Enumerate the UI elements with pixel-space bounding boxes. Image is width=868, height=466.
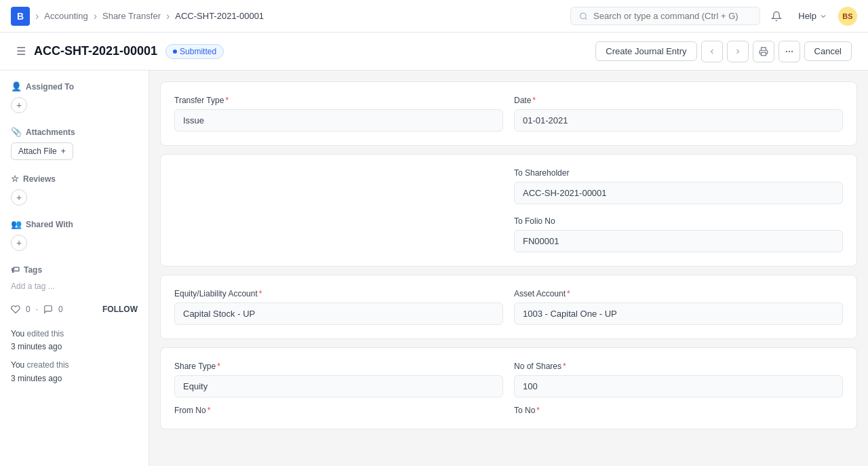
assigned-to-section: 👤 Assigned To + bbox=[11, 81, 138, 113]
transfer-type-required: * bbox=[225, 96, 229, 105]
person-icon: 👤 bbox=[11, 81, 22, 92]
to-shareholder-group: To Shareholder ACC-SH-2021-00001 bbox=[514, 168, 843, 204]
shareholder-folio-group: To Shareholder ACC-SH-2021-00001 To Foli… bbox=[514, 168, 843, 252]
user-avatar[interactable]: BS bbox=[838, 7, 857, 26]
activity-item-2: You created this 3 minutes ago bbox=[11, 359, 138, 385]
activity-actor-1: You bbox=[11, 329, 24, 338]
help-menu[interactable]: Help bbox=[793, 8, 833, 24]
to-no-label: To No * bbox=[514, 406, 843, 415]
to-no-group: To No * bbox=[514, 406, 843, 415]
notifications-bell[interactable] bbox=[766, 5, 787, 27]
svg-point-0 bbox=[580, 13, 587, 19]
create-journal-button[interactable]: Create Journal Entry bbox=[595, 41, 696, 61]
footer-stats: 0 · 0 FOLLOW bbox=[11, 305, 138, 314]
menu-toggle-icon[interactable]: ☰ bbox=[16, 45, 26, 58]
tag-icon: 🏷 bbox=[11, 265, 20, 275]
activity-time-1: 3 minutes ago bbox=[11, 342, 62, 351]
date-group: Date * 01-01-2021 bbox=[514, 96, 843, 132]
breadcrumb-sep-2: › bbox=[94, 10, 97, 22]
reviews-section: ☆ Reviews + bbox=[11, 174, 138, 206]
help-label: Help bbox=[798, 11, 816, 21]
asset-account-value: 1003 - Capital One - UP bbox=[514, 303, 843, 325]
people-icon: 👥 bbox=[11, 219, 22, 229]
breadcrumb-sep-1: › bbox=[35, 10, 39, 22]
paperclip-icon: 📎 bbox=[11, 127, 22, 137]
attach-plus-icon: + bbox=[61, 147, 66, 156]
date-value: 01-01-2021 bbox=[514, 109, 843, 132]
from-no-label: From No * bbox=[174, 406, 503, 415]
breadcrumb-accounting[interactable]: Accounting bbox=[44, 11, 87, 21]
sidebar: 👤 Assigned To + 📎 Attachments Attach Fil… bbox=[0, 71, 149, 466]
page-title: ACC-SHT-2021-00001 bbox=[34, 44, 157, 58]
search-bar[interactable] bbox=[570, 7, 760, 25]
chevron-down-icon bbox=[819, 12, 827, 20]
share-type-label: Share Type * bbox=[174, 362, 503, 371]
activity-actor-2: You bbox=[11, 360, 24, 370]
date-required: * bbox=[532, 96, 536, 105]
prev-button[interactable] bbox=[701, 41, 723, 62]
reviews-title: ☆ Reviews bbox=[11, 174, 138, 184]
add-assigned-to-button[interactable]: + bbox=[11, 97, 27, 113]
transfer-type-label: Transfer Type * bbox=[174, 96, 503, 105]
date-label: Date * bbox=[514, 96, 843, 105]
main-layout: 👤 Assigned To + 📎 Attachments Attach Fil… bbox=[0, 71, 868, 466]
add-tag-button[interactable]: Add a tag ... bbox=[11, 281, 55, 291]
svg-point-4 bbox=[791, 51, 792, 52]
next-button[interactable] bbox=[727, 41, 749, 62]
to-folio-no-label: To Folio No bbox=[514, 216, 843, 226]
from-no-group: From No * bbox=[174, 406, 503, 415]
svg-point-3 bbox=[789, 51, 789, 52]
transfer-type-value: Issue bbox=[174, 109, 503, 132]
print-button[interactable] bbox=[753, 41, 774, 62]
tags-title: 🏷 Tags bbox=[11, 265, 138, 275]
app-logo[interactable]: B bbox=[11, 7, 30, 26]
attachments-section: 📎 Attachments Attach File + bbox=[11, 127, 138, 160]
follow-button[interactable]: FOLLOW bbox=[102, 305, 138, 314]
no-of-shares-label: No of Shares * bbox=[514, 362, 843, 371]
equity-liability-group: Equity/Liability Account * Capital Stock… bbox=[174, 289, 503, 325]
search-input[interactable] bbox=[593, 11, 751, 21]
breadcrumb-sep-3: › bbox=[166, 10, 170, 22]
heart-icon[interactable] bbox=[11, 305, 20, 314]
shared-with-section: 👥 Shared With + bbox=[11, 219, 138, 251]
share-type-value: Equity bbox=[174, 375, 503, 397]
bell-icon bbox=[771, 11, 782, 22]
no-of-shares-group: No of Shares * 100 bbox=[514, 362, 843, 397]
comment-icon[interactable] bbox=[43, 305, 53, 314]
search-icon bbox=[579, 12, 588, 21]
add-shared-with-button[interactable]: + bbox=[11, 235, 27, 251]
assigned-to-title: 👤 Assigned To bbox=[11, 81, 138, 92]
tags-section: 🏷 Tags Add a tag ... bbox=[11, 265, 138, 291]
to-shareholder-value: ACC-SH-2021-00001 bbox=[514, 182, 843, 204]
attach-file-button[interactable]: Attach File + bbox=[11, 142, 73, 160]
to-folio-no-group: To Folio No FN00001 bbox=[514, 216, 843, 252]
to-folio-no-value: FN00001 bbox=[514, 230, 843, 252]
add-review-button[interactable]: + bbox=[11, 189, 27, 206]
breadcrumb-share-transfer[interactable]: Share Transfer bbox=[102, 11, 161, 21]
breadcrumb-current: ACC-SHT-2021-00001 bbox=[175, 11, 264, 21]
transfer-type-group: Transfer Type * Issue bbox=[174, 96, 503, 132]
activity-item-1: You edited this 3 minutes ago bbox=[11, 328, 138, 353]
card-transfer-type-date: Transfer Type * Issue Date * 01-01-2021 bbox=[160, 81, 857, 146]
equity-liability-value: Capital Stock - UP bbox=[174, 303, 503, 325]
no-of-shares-value: 100 bbox=[514, 375, 843, 397]
top-nav: B › Accounting › Share Transfer › ACC-SH… bbox=[0, 0, 868, 33]
svg-point-5 bbox=[786, 51, 787, 52]
cancel-button[interactable]: Cancel bbox=[804, 41, 852, 61]
activity-time-2: 3 minutes ago bbox=[11, 374, 62, 383]
asset-account-group: Asset Account * 1003 - Capital One - UP bbox=[514, 289, 843, 325]
form-row-5: From No * To No * bbox=[174, 406, 843, 415]
more-options-button[interactable] bbox=[778, 41, 800, 62]
from-no-required: * bbox=[208, 406, 211, 415]
no-of-shares-required: * bbox=[563, 362, 566, 371]
status-label: Submitted bbox=[180, 47, 216, 56]
share-type-group: Share Type * Equity bbox=[174, 362, 503, 397]
card-shareholder-folio: To Shareholder ACC-SH-2021-00001 To Foli… bbox=[160, 154, 857, 267]
shared-with-title: 👥 Shared With bbox=[11, 219, 138, 229]
to-shareholder-label: To Shareholder bbox=[514, 168, 843, 178]
form-row-2: To Shareholder ACC-SH-2021-00001 To Foli… bbox=[174, 168, 843, 252]
form-row-3: Equity/Liability Account * Capital Stock… bbox=[174, 289, 843, 325]
content-area: Transfer Type * Issue Date * 01-01-2021 bbox=[149, 71, 868, 466]
status-badge: Submitted bbox=[165, 44, 224, 59]
status-dot bbox=[173, 50, 177, 54]
